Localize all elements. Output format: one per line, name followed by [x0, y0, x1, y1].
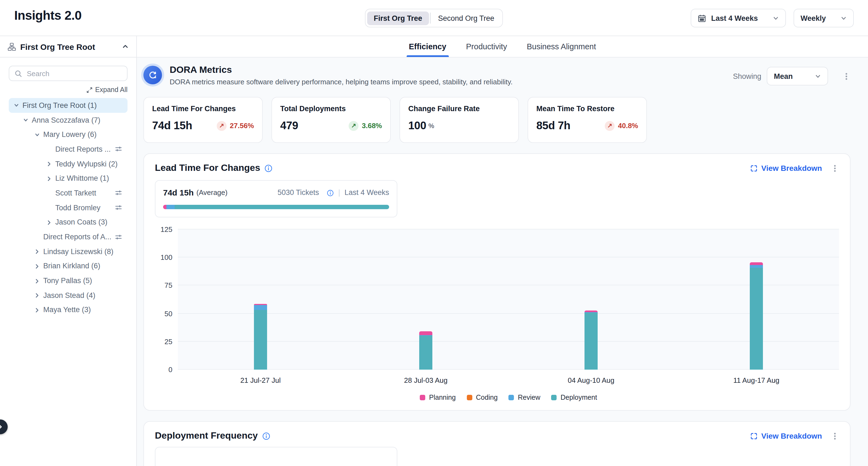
- kebab-menu-icon[interactable]: [831, 164, 839, 172]
- tree-item-jason-coats-3[interactable]: Jason Coats (3): [9, 215, 127, 229]
- expand-view-icon: [750, 432, 757, 439]
- org-chart-icon: [8, 42, 16, 51]
- x-axis-label: 21 Jul-27 Jul: [240, 376, 280, 384]
- trend-delta: 3.68%: [362, 122, 382, 130]
- tab-productivity[interactable]: Productivity: [466, 36, 507, 57]
- tree-item-tony-pallas-5[interactable]: Tony Pallas (5): [9, 273, 127, 288]
- org-tree-toggle: First Org Tree Second Org Tree: [365, 9, 503, 27]
- tree-item-direct-reports[interactable]: Direct Reports ...: [9, 142, 127, 156]
- tree-item-teddy-wylupski-2[interactable]: Teddy Wylupski (2): [9, 156, 127, 171]
- chevron-right-icon[interactable]: [46, 220, 52, 225]
- trend-delta: 40.8%: [618, 122, 638, 130]
- chevron-down-icon[interactable]: [14, 103, 19, 108]
- kebab-menu-icon[interactable]: [842, 72, 850, 80]
- chevron-right-icon[interactable]: [34, 278, 40, 283]
- gridline: [178, 369, 839, 370]
- mean-select[interactable]: Mean: [767, 67, 828, 85]
- chevron-right-icon[interactable]: [34, 249, 40, 254]
- dora-controls: Showing Mean: [733, 67, 850, 85]
- tree-item-direct-reports-of-a[interactable]: Direct Reports of A...: [9, 229, 127, 244]
- chevron-down-icon: [815, 73, 821, 79]
- chevron-right-icon[interactable]: [34, 263, 40, 269]
- lead-time-header: Lead Time For Changes View Breakdown: [155, 163, 839, 174]
- trend-badge: ↗27.56%: [217, 121, 254, 130]
- gridline: [178, 313, 839, 314]
- y-axis-label: 50: [164, 310, 173, 318]
- filter-sliders-icon[interactable]: [115, 204, 122, 211]
- info-icon[interactable]: [327, 189, 334, 196]
- date-range-select[interactable]: Last 4 Weeks: [691, 9, 786, 27]
- chevron-right-icon[interactable]: [34, 307, 40, 313]
- kebab-menu-icon[interactable]: [831, 432, 839, 440]
- bar-segment-04-aug-10-aug-review: [585, 312, 598, 312]
- tree-item-label: Direct Reports ...: [55, 145, 111, 153]
- view-breakdown-button[interactable]: View Breakdown: [750, 164, 822, 173]
- legend-swatch: [509, 395, 514, 400]
- tab-efficiency[interactable]: Efficiency: [409, 36, 446, 57]
- info-icon[interactable]: [262, 432, 270, 440]
- chevron-right-icon[interactable]: [46, 161, 52, 167]
- chevron-right-icon[interactable]: [46, 176, 52, 181]
- tab-business-alignment[interactable]: Business Alignment: [527, 36, 596, 57]
- chevron-down-icon: [841, 15, 847, 21]
- legend-swatch: [420, 395, 425, 400]
- legend-label: Planning: [429, 394, 456, 401]
- filter-sliders-icon[interactable]: [115, 146, 122, 153]
- view-breakdown-label: View Breakdown: [761, 432, 822, 440]
- legend-item-coding: Coding: [467, 394, 497, 401]
- toggle-divider: [430, 12, 430, 24]
- search-input[interactable]: [26, 69, 124, 78]
- chevron-down-icon[interactable]: [23, 117, 28, 123]
- header-controls: Last 4 Weeks Weekly: [691, 9, 854, 27]
- metric-title: Lead Time For Changes: [152, 105, 254, 113]
- legend-label: Coding: [476, 394, 497, 401]
- x-axis-label: 04 Aug-10 Aug: [568, 376, 615, 384]
- tree-item-anna-scozzafava-7[interactable]: Anna Scozzafava (7): [9, 113, 127, 127]
- tree-item-brian-kirkland-6[interactable]: Brian Kirkland (6): [9, 259, 127, 273]
- tree-item-jason-stead-4[interactable]: Jason Stead (4): [9, 288, 127, 302]
- metric-title: Mean Time To Restore: [536, 105, 638, 113]
- toggle-second-org-tree[interactable]: Second Org Tree: [432, 11, 501, 25]
- bar-segment-11-aug-17-aug-review: [750, 265, 763, 267]
- chevron-down-icon[interactable]: [34, 132, 40, 137]
- legend-label: Review: [518, 394, 540, 401]
- legend-item-planning: Planning: [420, 394, 456, 401]
- filter-sliders-icon[interactable]: [115, 190, 122, 197]
- top-header: Insights 2.0 First Org Tree Second Org T…: [0, 0, 868, 36]
- chevron-up-icon[interactable]: [122, 43, 129, 50]
- tree-item-first-org-tree-root-1[interactable]: First Org Tree Root (1): [9, 98, 127, 113]
- expand-all-button[interactable]: Expand All: [9, 86, 127, 94]
- tree-item-scott-tarkett[interactable]: Scott Tarkett: [9, 186, 127, 200]
- filter-sliders-icon[interactable]: [115, 233, 122, 240]
- bar-segment-04-aug-10-aug-deployment: [585, 312, 598, 370]
- y-axis: 0255075100125: [155, 229, 178, 370]
- info-icon[interactable]: [265, 164, 273, 172]
- phase-distribution-bar: [163, 205, 389, 209]
- view-breakdown-label: View Breakdown: [761, 164, 822, 173]
- arrow-up-right-icon: ↗: [349, 121, 359, 130]
- metric-card-total-deployments: Total Deployments479↗3.68%: [272, 97, 391, 143]
- tree-item-maya-yette-3[interactable]: Maya Yette (3): [9, 302, 127, 317]
- tree-item-mary-lowery-6[interactable]: Mary Lowery (6): [9, 127, 127, 142]
- metric-value: 74d 15h: [152, 119, 192, 132]
- tree-item-todd-bromley[interactable]: Todd Bromley: [9, 200, 127, 215]
- date-range-value: Last 4 Weeks: [711, 14, 758, 22]
- distribution-segment-planning: [163, 205, 166, 209]
- granularity-select[interactable]: Weekly: [793, 9, 854, 27]
- tree-item-label: Brian Kirkland (6): [43, 262, 100, 270]
- app: Insights 2.0 First Org Tree Second Org T…: [0, 0, 868, 466]
- dora-header: DORA Metrics DORA metrics measure softwa…: [144, 65, 850, 86]
- tree-item-lindsay-liszewski-8[interactable]: Lindsay Liszewski (8): [9, 244, 127, 259]
- tree-item-label: Jason Coats (3): [55, 218, 107, 227]
- y-axis-label: 0: [168, 366, 173, 374]
- bar-segment-11-aug-17-aug-planning: [750, 263, 763, 265]
- bar-segment-21-jul-27-jul-planning: [254, 304, 267, 305]
- org-tree: First Org Tree Root (1)Anna Scozzafava (…: [0, 98, 136, 317]
- bar-segment-28-jul-03-aug-review: [419, 335, 432, 336]
- tree-item-liz-whittome-1[interactable]: Liz Whittome (1): [9, 171, 127, 186]
- sidebar-header: First Org Tree Root: [0, 36, 136, 58]
- expand-view-icon: [750, 165, 757, 172]
- toggle-first-org-tree[interactable]: First Org Tree: [367, 11, 429, 25]
- view-breakdown-button[interactable]: View Breakdown: [750, 432, 822, 440]
- chevron-right-icon[interactable]: [34, 293, 40, 298]
